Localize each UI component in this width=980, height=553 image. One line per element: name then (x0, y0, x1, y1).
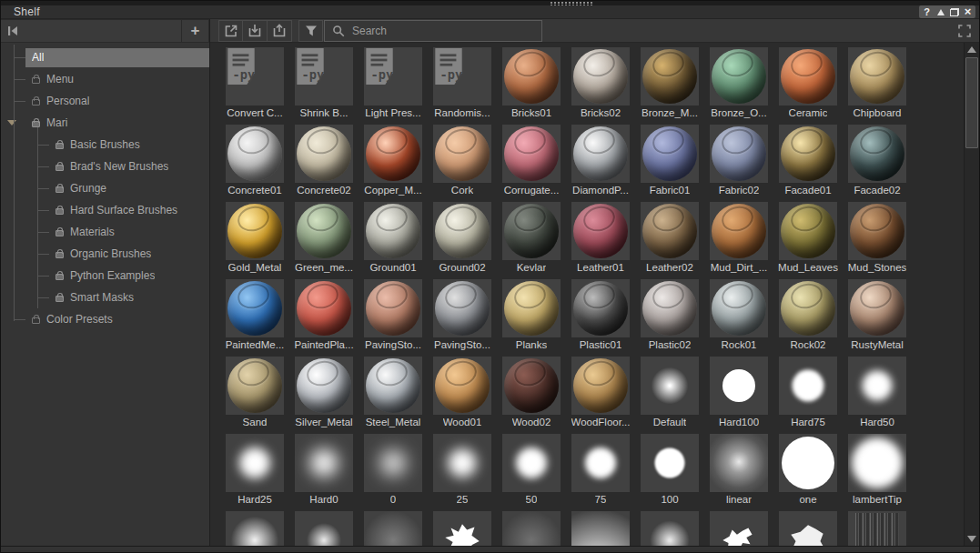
shelf-item-leather01[interactable]: Leather01 (566, 200, 635, 277)
shelf-item-bronze-m[interactable]: Bronze_M... (635, 45, 704, 123)
shelf-item-linear[interactable]: linear (704, 432, 773, 509)
tree-item-smart-masks[interactable]: Smart Masks (1, 287, 209, 308)
shelf-item-ground02[interactable]: Ground02 (428, 200, 497, 277)
shelf-item-silver-metal[interactable]: Silver_Metal (289, 355, 359, 432)
shelf-item-paintedme[interactable]: PaintedMe... (220, 277, 289, 355)
search-input[interactable] (352, 25, 535, 37)
shelf-item-planks[interactable]: Planks (497, 277, 566, 355)
shelf-item-item[interactable] (704, 509, 773, 546)
scrollbar-track[interactable] (965, 149, 979, 532)
undock-button[interactable] (935, 6, 946, 18)
shelf-item-0[interactable]: 0 (359, 432, 428, 509)
tree-item-organic-brushes[interactable]: Organic Brushes (1, 243, 209, 265)
shelf-item-mud-dirt[interactable]: Mud_Dirt_... (704, 200, 773, 277)
shelf-item-mud-leaves[interactable]: Mud_Leaves (773, 200, 843, 277)
expand-view-button[interactable] (953, 20, 976, 42)
shelf-item-copper-m[interactable]: Copper_M... (359, 123, 428, 200)
pop-out-button[interactable] (218, 20, 243, 42)
shelf-item-item[interactable] (428, 509, 497, 546)
shelf-item-hard50[interactable]: Hard50 (843, 355, 912, 432)
shelf-item-item[interactable] (635, 509, 704, 546)
tree-item-brad-s-new-brushes[interactable]: Brad's New Brushes (1, 156, 209, 177)
shelf-item-hard0[interactable]: Hard0 (289, 432, 359, 509)
shelf-item-kevlar[interactable]: Kevlar (497, 200, 566, 277)
shelf-item-hard100[interactable]: Hard100 (704, 355, 773, 432)
shelf-item-25[interactable]: 25 (428, 432, 497, 509)
tree-item-materials[interactable]: Materials (1, 221, 209, 243)
tree-item-menu[interactable]: Menu (1, 68, 209, 90)
export-button[interactable] (268, 20, 292, 42)
shelf-item-randomis[interactable]: -pyRandomis... (428, 45, 497, 123)
shelf-item-100[interactable]: 100 (635, 432, 704, 509)
shelf-item-bronze-o[interactable]: Bronze_O... (704, 45, 773, 123)
shelf-item-paintedpla[interactable]: PaintedPla... (289, 277, 359, 355)
shelf-item-lamberttip[interactable]: lambertTip (843, 432, 912, 509)
shelf-item-bricks02[interactable]: Bricks02 (566, 45, 635, 123)
shelf-item-item[interactable] (289, 509, 359, 546)
shelf-item-plastic02[interactable]: Plastic02 (635, 277, 704, 355)
tree-item-grunge[interactable]: Grunge (1, 177, 209, 199)
shelf-item-default[interactable]: Default (635, 355, 704, 432)
tree-item-mari[interactable]: Mari (1, 112, 209, 134)
shelf-item-rock01[interactable]: Rock01 (704, 277, 773, 355)
shelf-item-cork[interactable]: Cork (428, 123, 497, 200)
shelf-item-light-pres[interactable]: -pyLight Pres... (359, 45, 428, 123)
shelf-item-rock02[interactable]: Rock02 (773, 277, 843, 355)
shelf-item-mud-stones[interactable]: Mud_Stones (843, 200, 912, 277)
shelf-item-steel-metal[interactable]: Steel_Metal (359, 355, 428, 432)
vertical-scrollbar[interactable] (964, 43, 979, 546)
shelf-item-leather02[interactable]: Leather02 (635, 200, 704, 277)
shelf-item-item[interactable] (359, 509, 428, 546)
shelf-item-item[interactable] (843, 509, 912, 546)
add-shelf-button[interactable]: + (181, 20, 208, 42)
shelf-item-gold-metal[interactable]: Gold_Metal (220, 200, 289, 277)
shelf-item-shrink-b[interactable]: -pyShrink B... (289, 45, 359, 123)
shelf-item-hard75[interactable]: Hard75 (773, 355, 843, 432)
shelf-item-pavingsto[interactable]: PavingSto... (428, 277, 497, 355)
tree-item-color-presets[interactable]: Color Presets (1, 308, 209, 330)
tree-item-hard-surface-brushes[interactable]: Hard Surface Brushes (1, 199, 209, 221)
shelf-item-wood01[interactable]: Wood01 (428, 355, 497, 432)
import-button[interactable] (243, 20, 268, 42)
tree-item-basic-brushes[interactable]: Basic Brushes (1, 134, 209, 156)
shelf-item-hard25[interactable]: Hard25 (220, 432, 289, 509)
shelf-item-50[interactable]: 50 (497, 432, 566, 509)
scroll-up-button[interactable] (965, 43, 979, 56)
shelf-item-concrete01[interactable]: Concrete01 (220, 123, 289, 200)
shelf-item-convert-c[interactable]: -pyConvert C... (220, 45, 289, 123)
shelf-item-ceramic[interactable]: Ceramic (773, 45, 843, 123)
shelf-item-concrete02[interactable]: Concrete02 (289, 123, 359, 200)
shelf-item-item[interactable] (566, 509, 635, 546)
shelf-item-wood02[interactable]: Wood02 (497, 355, 566, 432)
shelf-item-item[interactable] (220, 509, 289, 546)
scroll-down-button[interactable] (965, 532, 979, 546)
shelf-item-woodfloor[interactable]: WoodFloor... (566, 355, 635, 432)
shelf-item-75[interactable]: 75 (566, 432, 635, 509)
shelf-item-diamondp[interactable]: DiamondP... (566, 123, 635, 200)
shelf-item-bricks01[interactable]: Bricks01 (497, 45, 566, 123)
collapse-panel-button[interactable] (1, 20, 25, 42)
tree-item-all[interactable]: All (1, 46, 209, 68)
shelf-item-one[interactable]: one (773, 432, 843, 509)
shelf-item-facade01[interactable]: Facade01 (773, 123, 843, 200)
shelf-item-chipboard[interactable]: Chipboard (843, 45, 912, 123)
scrollbar-thumb[interactable] (965, 57, 978, 148)
shelf-item-facade02[interactable]: Facade02 (843, 123, 912, 200)
shelf-item-fabric02[interactable]: Fabric02 (704, 123, 773, 200)
shelf-item-pavingsto[interactable]: PavingSto... (359, 277, 428, 355)
shelf-item-item[interactable] (497, 509, 566, 546)
shelf-item-green-me[interactable]: Green_me... (289, 200, 359, 277)
shelf-item-sand[interactable]: Sand (220, 355, 289, 432)
close-button[interactable]: × (962, 6, 974, 18)
filter-button[interactable] (298, 20, 323, 42)
tree-item-python-examples[interactable]: Python Examples (1, 265, 209, 287)
shelf-item-rustymetal[interactable]: RustyMetal (843, 277, 912, 355)
shelf-item-item[interactable] (773, 509, 843, 546)
drag-handle-dots[interactable] (551, 2, 592, 5)
expand-arrow-icon[interactable] (7, 120, 16, 126)
restore-button[interactable] (948, 6, 960, 18)
shelf-item-ground01[interactable]: Ground01 (359, 200, 428, 277)
help-button[interactable]: ? (921, 6, 933, 18)
shelf-item-corrugate[interactable]: Corrugate... (497, 123, 566, 200)
shelf-item-plastic01[interactable]: Plastic01 (566, 277, 635, 355)
